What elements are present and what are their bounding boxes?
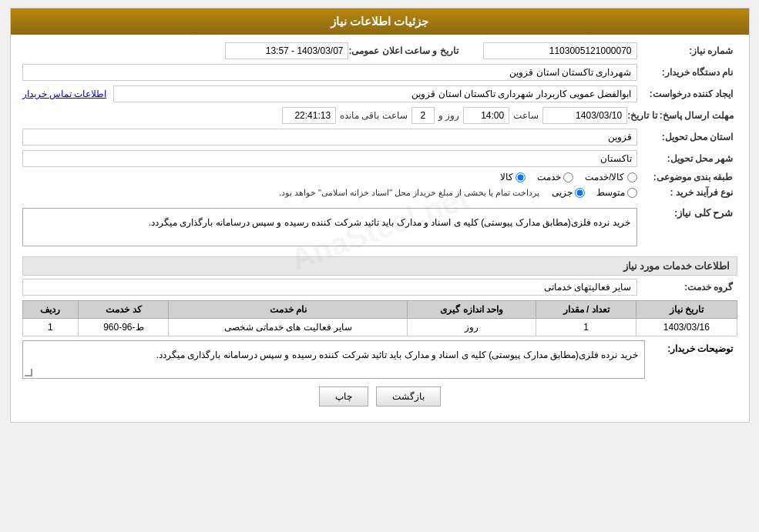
purchase-jozii-label: جزیی	[552, 187, 573, 198]
province-row: استان محل تحویل: قزوین	[22, 129, 737, 146]
service-group-row: گروه خدمت: سایر فعالیتهای خدماتی	[22, 279, 737, 296]
deadline-date: 1403/03/10	[542, 107, 627, 124]
need-number-label: شماره نیاز:	[637, 45, 737, 56]
cell-code: ط-96-960	[79, 319, 169, 336]
cell-date: 1403/03/16	[636, 319, 737, 336]
province-label: استان محل تحویل:	[637, 132, 737, 142]
remaining-time: 22:41:13	[282, 107, 336, 124]
contact-link[interactable]: اطلاعات تماس خریدار	[22, 89, 107, 99]
need-number-row: شماره نیاز: 1103005121000070 تاریخ و ساع…	[22, 42, 737, 59]
category-kala-khedmat-item: کالا/خدمت	[585, 172, 636, 182]
purchase-type-row: نوع فرآیند خرید : متوسط جزیی پرداخت تمام…	[22, 187, 737, 198]
page-header: جزئیات اطلاعات نیاز	[11, 8, 749, 35]
creator-row: ایجاد کننده درخواست: ابوالفضل عمویی کارب…	[22, 85, 737, 102]
services-table: تاریخ نیاز تعداد / مقدار واحد اندازه گیر…	[22, 300, 737, 336]
col-code-header: کد خدمت	[79, 301, 169, 319]
buyer-desc-row: توضیحات خریدار: خرید نرده فلزی(مطابق مدا…	[22, 340, 737, 379]
cell-unit: روز	[408, 319, 536, 336]
purchase-jozii-item: جزیی	[552, 187, 585, 198]
announcement-date-label: تاریخ و ساعت اعلان عمومی:	[348, 45, 462, 56]
service-group-value: سایر فعالیتهای خدماتی	[22, 279, 637, 296]
remaining-time-label: ساعت باقی مانده	[340, 110, 408, 121]
remaining-label: روز و	[438, 110, 459, 121]
purchase-jozii-radio[interactable]	[575, 188, 585, 198]
deadline-row: مهلت ارسال پاسخ: تا تاریخ: 1403/03/10 سا…	[22, 107, 737, 124]
category-label: طبقه بندی موضوعی:	[637, 172, 737, 182]
service-group-label: گروه خدمت:	[637, 282, 737, 293]
announcement-date-value: 1403/03/07 - 13:57	[225, 42, 348, 59]
services-section-title: اطلاعات خدمات مورد نیاز	[22, 256, 737, 276]
back-button[interactable]: بازگشت	[376, 386, 441, 407]
category-khedmat-item: خدمت	[537, 172, 573, 182]
buyer-name-label: نام دستگاه خریدار:	[637, 67, 737, 78]
cell-quantity: 1	[536, 319, 636, 336]
general-desc-text: خرید نرده فلزی(مطابق مدارک پیوستی) کلیه …	[149, 217, 630, 228]
buyer-name-value: شهرداری تاکستان استان قزوین	[22, 64, 637, 81]
buyer-desc-box: خرید نرده فلزی(مطابق مدارک پیوستی) کلیه …	[22, 340, 645, 379]
category-kala-item: کالا	[500, 172, 526, 182]
purchase-motaset-item: متوسط	[596, 187, 637, 198]
general-desc-section: شرح کلی نیاز: خرید نرده فلزی(مطابق مدارک…	[22, 204, 737, 250]
creator-value: ابوالفضل عمویی کاربردار شهرداری تاکستان …	[113, 85, 637, 102]
deadline-time: 14:00	[463, 107, 509, 124]
province-value: قزوین	[22, 129, 637, 146]
content-area: AnaSteel.net شماره نیاز: 110300512100007…	[11, 35, 749, 422]
category-row: طبقه بندی موضوعی: کالا/خدمت خدمت کالا	[22, 172, 737, 182]
resize-handle	[25, 369, 32, 376]
col-unit-header: واحد اندازه گیری	[408, 301, 536, 319]
category-khedmat-label: خدمت	[537, 172, 561, 182]
remaining-days: 2	[411, 107, 435, 124]
general-desc-label: شرح کلی نیاز:	[637, 204, 737, 219]
col-date-header: تاریخ نیاز	[636, 301, 737, 319]
cell-row: 1	[22, 319, 79, 336]
col-quantity-header: تعداد / مقدار	[536, 301, 636, 319]
page-title: جزئیات اطلاعات نیاز	[331, 15, 428, 28]
purchase-note: پرداخت تمام یا بخشی از مبلغ خریداز محل "…	[279, 188, 540, 198]
city-row: شهر محل تحویل: تاکستان	[22, 150, 737, 167]
general-desc-box: خرید نرده فلزی(مطابق مدارک پیوستی) کلیه …	[22, 208, 637, 246]
buttons-row: بازگشت چاپ	[22, 386, 737, 407]
purchase-motaset-label: متوسط	[596, 187, 625, 198]
main-container: جزئیات اطلاعات نیاز AnaSteel.net شماره ن…	[10, 8, 750, 423]
category-khedmat-radio[interactable]	[563, 172, 573, 182]
col-row-header: ردیف	[22, 301, 79, 319]
category-kala-label: کالا	[500, 172, 513, 182]
col-name-header: نام خدمت	[169, 301, 408, 319]
deadline-time-label: ساعت	[513, 110, 539, 121]
category-kala-radio[interactable]	[516, 172, 526, 182]
buyer-name-row: نام دستگاه خریدار: شهرداری تاکستان استان…	[22, 64, 737, 81]
creator-label: ایجاد کننده درخواست:	[637, 89, 737, 99]
need-number-value: 1103005121000070	[483, 42, 637, 59]
category-kala-khedmat-radio[interactable]	[627, 172, 637, 182]
purchase-type-label: نوع فرآیند خرید :	[637, 187, 737, 198]
purchase-type-radio-group: متوسط جزیی پرداخت تمام یا بخشی از مبلغ خ…	[22, 187, 637, 198]
category-radio-group: کالا/خدمت خدمت کالا	[500, 172, 636, 182]
print-button[interactable]: چاپ	[319, 386, 368, 407]
table-row: 1403/03/16 1 روز سایر فعالیت های خدماتی …	[22, 319, 737, 336]
city-value: تاکستان	[22, 150, 637, 167]
buyer-desc-text: خرید نرده فلزی(مطابق مدارک پیوستی) کلیه …	[156, 350, 638, 360]
buyer-desc-label: توضیحات خریدار:	[645, 340, 737, 354]
city-label: شهر محل تحویل:	[637, 153, 737, 164]
purchase-motaset-radio[interactable]	[627, 188, 637, 198]
category-kala-khedmat-label: کالا/خدمت	[585, 172, 624, 182]
deadline-label: مهلت ارسال پاسخ: تا تاریخ:	[627, 110, 737, 121]
cell-name: سایر فعالیت های خدماتی شخصی	[169, 319, 408, 336]
